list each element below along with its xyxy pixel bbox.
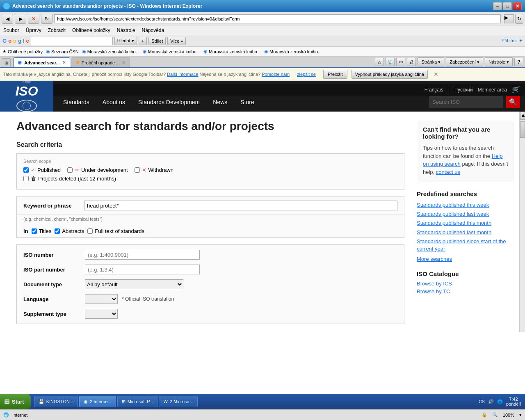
projects-deleted-checkbox[interactable] — [23, 176, 29, 181]
start-button[interactable]: ⊞ Start — [0, 394, 31, 409]
taskbar-item-word[interactable]: W 2 Microso... — [159, 396, 197, 407]
withdrawn-checkbox[interactable] — [135, 167, 140, 173]
francais-link[interactable]: Français — [425, 87, 443, 93]
abstracts-checkbox-label[interactable]: Abstracts — [55, 228, 84, 234]
keyword-input[interactable] — [84, 201, 397, 210]
google-search-input[interactable] — [31, 37, 113, 45]
pomozte-link[interactable]: Pomozte nám — [262, 72, 290, 77]
help-toolbar-button[interactable]: ? — [514, 58, 523, 66]
menu-oblibene[interactable]: Oblíbené položky — [72, 27, 110, 33]
home-button[interactable]: ⌂ — [375, 58, 384, 66]
address-bar: ◀ ▶ ✕ ↻ ▶ ↻ — [0, 12, 525, 25]
taskbar-item-ie[interactable]: ◉ 2 Interne... — [79, 396, 116, 407]
nav-standards-dev[interactable]: Standards Development — [137, 96, 201, 109]
prelozit-button[interactable]: Přeložit — [323, 70, 347, 79]
predefined-link-1[interactable]: Standards published this week — [417, 201, 515, 209]
zlepsit-link[interactable]: zlepšit se — [297, 72, 316, 77]
scrollbar[interactable]: ▲ — [519, 112, 525, 332]
address-input[interactable] — [54, 14, 501, 23]
plus-button[interactable]: + — [139, 37, 147, 45]
language-select[interactable] — [85, 294, 118, 304]
bookmark-mzk4[interactable]: ◉ Moravská zemská kniho... — [264, 49, 322, 54]
predefined-link-4[interactable]: Standards published last month — [417, 229, 515, 236]
bookmark-mzk2[interactable]: ◉ Moravská zemská kniho... — [143, 49, 200, 54]
menu-upravy[interactable]: Úpravy — [26, 27, 41, 33]
projects-deleted-label[interactable]: 🗑 Projects deleted (last 12 months) — [23, 176, 116, 182]
feeds-button[interactable]: 📡 — [386, 58, 395, 66]
tab-close-1[interactable]: ✕ — [62, 60, 66, 65]
close-button[interactable]: ✕ — [513, 2, 522, 10]
nav-about-us[interactable]: About us — [101, 96, 127, 109]
scroll-up-button[interactable]: ▲ — [520, 112, 525, 120]
menu-soubor[interactable]: Soubor — [3, 27, 19, 33]
under-dev-checkbox[interactable] — [67, 167, 73, 173]
iso-search-button[interactable]: 🔍 — [506, 96, 520, 108]
iso-number-input[interactable] — [85, 250, 200, 260]
browse-ics-link[interactable]: Browse by ICS — [417, 281, 515, 287]
minimize-button[interactable]: − — [493, 2, 502, 10]
withdrawn-checkbox-label[interactable]: ✕ Withdrawn — [135, 167, 173, 173]
refresh-button[interactable]: ↻ — [41, 14, 52, 24]
browse-tc-link[interactable]: Browse by TC — [417, 288, 515, 294]
supplement-select[interactable] — [85, 309, 118, 319]
sdilet-button[interactable]: Sdílet — [148, 37, 166, 45]
under-dev-checkbox-label[interactable]: ✏ Under development — [67, 167, 128, 173]
menu-nastroje[interactable]: Nástroje — [117, 27, 135, 33]
abstracts-checkbox[interactable] — [55, 228, 60, 234]
tab-advanced-search[interactable]: ◉ Advanced sear... ✕ — [13, 57, 70, 67]
translate-close-icon[interactable]: ✕ — [434, 71, 438, 78]
tab-close-2[interactable]: ✕ — [122, 60, 126, 65]
projects-deleted-text: Projects deleted (last 12 months) — [38, 176, 116, 182]
hledat-button[interactable]: Hledat ▾ — [114, 37, 137, 45]
forward-button[interactable]: ▶ — [15, 14, 26, 24]
stop-button[interactable]: ✕ — [28, 14, 39, 24]
russky-link[interactable]: Русский — [454, 87, 473, 93]
predefined-link-3[interactable]: Standards published this month — [417, 219, 515, 227]
more-searches-link[interactable]: More searches — [417, 256, 515, 262]
published-checkbox[interactable] — [23, 167, 29, 173]
cart-icon[interactable]: 🛒 — [512, 86, 520, 94]
iso-logo[interactable]: home ISO — [0, 81, 53, 112]
member-area-link[interactable]: Member area — [478, 87, 507, 93]
email-button[interactable]: ✉ — [396, 58, 405, 66]
vice-button[interactable]: Více » — [167, 37, 186, 45]
contact-link[interactable]: contact us — [436, 169, 460, 175]
scroll-thumb[interactable] — [520, 121, 525, 138]
vypnout-button[interactable]: Vypnout překlady jazyka angličtina — [352, 70, 428, 79]
fulltext-checkbox[interactable] — [87, 228, 93, 234]
nav-store[interactable]: Store — [239, 96, 256, 109]
go-button[interactable]: ▶ — [504, 14, 514, 23]
taskbar-item-kingston[interactable]: 💾 KINGSTON... — [34, 396, 78, 407]
scope-row-2: 🗑 Projects deleted (last 12 months) — [23, 176, 397, 182]
fulltext-checkbox-label[interactable]: Full text of standards — [87, 228, 144, 234]
doc-type-select[interactable]: All by default — [85, 279, 183, 289]
iso-part-input[interactable] — [85, 265, 200, 274]
taskbar-item-powerpoint[interactable]: ⊞ Microsoft P... — [117, 396, 158, 407]
bookmark-oblibene[interactable]: ★ Oblíbené položky — [2, 49, 43, 54]
new-tab-button[interactable]: ⊞ — [2, 58, 11, 67]
bookmark-mzk1[interactable]: ◉ Moravská zemská kniho... — [82, 49, 139, 54]
prihlasit-button[interactable]: Přihlásit ✦ — [502, 38, 523, 43]
bookmark-seznam[interactable]: ◉ Seznam ČSN — [46, 49, 79, 54]
zabezpeceni-button[interactable]: Zabezpečení ▾ — [446, 57, 483, 66]
predefined-link-2[interactable]: Standards published last week — [417, 210, 515, 218]
published-checkbox-label[interactable]: ✓ Published — [23, 167, 61, 173]
nav-news[interactable]: News — [211, 96, 229, 109]
nav-standards[interactable]: Standards — [62, 96, 91, 109]
maximize-button[interactable]: □ — [503, 2, 512, 10]
iso-search-input[interactable] — [429, 96, 503, 108]
menu-napoveda[interactable]: Nápověda — [142, 27, 164, 33]
back-button[interactable]: ◀ — [2, 14, 13, 24]
nastroje-button[interactable]: Nástroje ▾ — [485, 57, 513, 66]
print-button[interactable]: 🖨 — [407, 58, 416, 66]
titles-checkbox[interactable] — [32, 228, 37, 234]
bookmark-mzk3[interactable]: ◉ Moravská zemská kniho... — [203, 49, 261, 54]
dalsi-informace-link[interactable]: Další informace — [167, 72, 198, 77]
zoom-dropdown-icon[interactable]: ▾ — [519, 412, 522, 418]
titles-checkbox-label[interactable]: Titles — [32, 228, 52, 234]
tab-upgrade[interactable]: ⊞ Proběhl upgrade ... ✕ — [71, 57, 130, 67]
predefined-link-5[interactable]: Standards published since start of the c… — [417, 238, 515, 253]
ie-refresh-icon[interactable]: ↻ — [515, 14, 523, 24]
stranka-button[interactable]: Stránka ▾ — [418, 57, 444, 66]
menu-zobrazit[interactable]: Zobrazit — [48, 27, 66, 33]
